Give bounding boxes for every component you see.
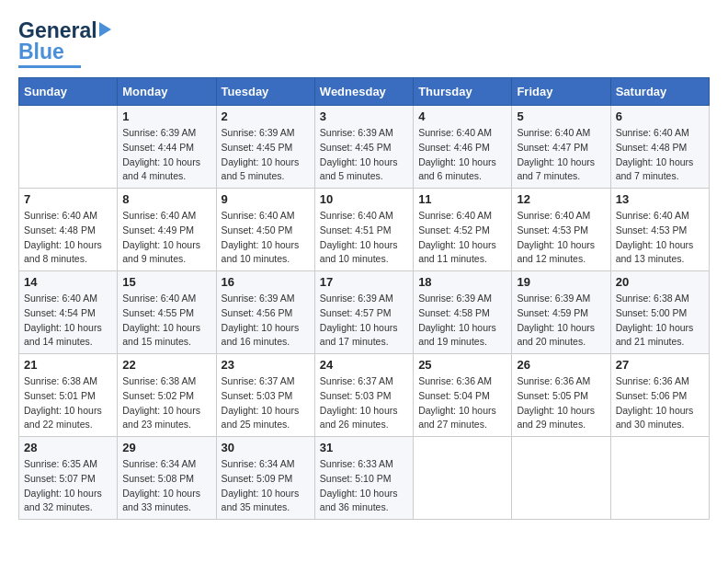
day-info: Sunrise: 6:39 AMSunset: 4:45 PMDaylight:… [320, 126, 408, 184]
day-number: 11 [418, 192, 506, 206]
day-number: 2 [222, 109, 310, 123]
day-info: Sunrise: 6:37 AMSunset: 5:03 PMDaylight:… [222, 374, 310, 432]
calendar-header-row: SundayMondayTuesdayWednesdayThursdayFrid… [19, 78, 710, 106]
day-info: Sunrise: 6:37 AMSunset: 5:03 PMDaylight:… [320, 374, 408, 432]
day-info: Sunrise: 6:40 AMSunset: 4:50 PMDaylight:… [222, 209, 310, 267]
calendar-cell: 8Sunrise: 6:40 AMSunset: 4:49 PMDaylight… [118, 189, 216, 271]
col-header-wednesday: Wednesday [314, 78, 413, 106]
day-info: Sunrise: 6:40 AMSunset: 4:55 PMDaylight:… [122, 292, 210, 350]
day-info: Sunrise: 6:40 AMSunset: 4:51 PMDaylight:… [320, 209, 408, 267]
week-row-2: 7Sunrise: 6:40 AMSunset: 4:48 PMDaylight… [19, 189, 710, 271]
calendar-cell [414, 437, 512, 520]
calendar-cell [512, 437, 610, 520]
calendar-cell: 27Sunrise: 6:36 AMSunset: 5:06 PMDayligh… [610, 354, 709, 437]
calendar-cell: 6Sunrise: 6:40 AMSunset: 4:48 PMDaylight… [610, 106, 709, 189]
day-number: 27 [616, 358, 704, 372]
calendar-cell: 30Sunrise: 6:34 AMSunset: 5:09 PMDayligh… [216, 437, 314, 520]
day-number: 14 [24, 275, 112, 289]
day-number: 29 [122, 441, 210, 454]
week-row-4: 21Sunrise: 6:38 AMSunset: 5:01 PMDayligh… [19, 354, 710, 437]
day-info: Sunrise: 6:40 AMSunset: 4:47 PMDaylight:… [517, 126, 605, 184]
day-number: 22 [122, 358, 210, 372]
day-info: Sunrise: 6:38 AMSunset: 5:01 PMDaylight:… [24, 374, 112, 432]
day-number: 19 [517, 275, 605, 289]
day-number: 18 [418, 275, 506, 289]
calendar-table: SundayMondayTuesdayWednesdayThursdayFrid… [18, 77, 710, 520]
day-number: 20 [616, 275, 704, 289]
col-header-monday: Monday [118, 78, 216, 106]
day-info: Sunrise: 6:35 AMSunset: 5:07 PMDaylight:… [24, 457, 112, 515]
day-info: Sunrise: 6:39 AMSunset: 4:58 PMDaylight:… [418, 292, 506, 350]
day-number: 15 [122, 275, 210, 289]
day-info: Sunrise: 6:40 AMSunset: 4:48 PMDaylight:… [616, 126, 704, 184]
calendar-cell: 12Sunrise: 6:40 AMSunset: 4:53 PMDayligh… [512, 189, 610, 271]
day-number: 1 [122, 109, 210, 123]
day-number: 12 [517, 192, 605, 206]
logo-blue: Blue [18, 40, 64, 64]
day-info: Sunrise: 6:38 AMSunset: 5:02 PMDaylight:… [122, 374, 210, 432]
logo: General Blue [18, 18, 111, 68]
calendar-cell: 20Sunrise: 6:38 AMSunset: 5:00 PMDayligh… [610, 271, 709, 354]
day-number: 17 [320, 275, 408, 289]
day-number: 8 [122, 192, 210, 206]
day-number: 21 [24, 358, 112, 372]
logo-underline [18, 65, 81, 68]
day-number: 25 [418, 358, 506, 372]
col-header-sunday: Sunday [19, 78, 118, 106]
day-number: 16 [222, 275, 310, 289]
calendar-cell: 21Sunrise: 6:38 AMSunset: 5:01 PMDayligh… [19, 354, 118, 437]
day-info: Sunrise: 6:40 AMSunset: 4:46 PMDaylight:… [418, 126, 506, 184]
calendar-cell: 16Sunrise: 6:39 AMSunset: 4:56 PMDayligh… [216, 271, 314, 354]
calendar-cell: 17Sunrise: 6:39 AMSunset: 4:57 PMDayligh… [314, 271, 413, 354]
day-info: Sunrise: 6:34 AMSunset: 5:09 PMDaylight:… [222, 457, 310, 515]
calendar-cell: 3Sunrise: 6:39 AMSunset: 4:45 PMDaylight… [314, 106, 413, 189]
calendar-cell: 4Sunrise: 6:40 AMSunset: 4:46 PMDaylight… [414, 106, 512, 189]
day-info: Sunrise: 6:33 AMSunset: 5:10 PMDaylight:… [320, 457, 408, 515]
day-number: 26 [517, 358, 605, 372]
calendar-cell: 11Sunrise: 6:40 AMSunset: 4:52 PMDayligh… [414, 189, 512, 271]
col-header-tuesday: Tuesday [216, 78, 314, 106]
calendar-cell: 31Sunrise: 6:33 AMSunset: 5:10 PMDayligh… [314, 437, 413, 520]
col-header-saturday: Saturday [610, 78, 709, 106]
calendar-cell: 7Sunrise: 6:40 AMSunset: 4:48 PMDaylight… [19, 189, 118, 271]
day-number: 9 [222, 192, 310, 206]
calendar-cell [610, 437, 709, 520]
day-info: Sunrise: 6:40 AMSunset: 4:54 PMDaylight:… [24, 292, 112, 350]
day-info: Sunrise: 6:40 AMSunset: 4:52 PMDaylight:… [418, 209, 506, 267]
day-number: 6 [616, 109, 704, 123]
calendar-cell: 28Sunrise: 6:35 AMSunset: 5:07 PMDayligh… [19, 437, 118, 520]
day-number: 24 [320, 358, 408, 372]
week-row-3: 14Sunrise: 6:40 AMSunset: 4:54 PMDayligh… [19, 271, 710, 354]
week-row-5: 28Sunrise: 6:35 AMSunset: 5:07 PMDayligh… [19, 437, 710, 520]
calendar-cell [19, 106, 118, 189]
calendar-cell: 23Sunrise: 6:37 AMSunset: 5:03 PMDayligh… [216, 354, 314, 437]
calendar-cell: 25Sunrise: 6:36 AMSunset: 5:04 PMDayligh… [414, 354, 512, 437]
day-info: Sunrise: 6:40 AMSunset: 4:49 PMDaylight:… [122, 209, 210, 267]
calendar-cell: 13Sunrise: 6:40 AMSunset: 4:53 PMDayligh… [610, 189, 709, 271]
calendar-cell: 5Sunrise: 6:40 AMSunset: 4:47 PMDaylight… [512, 106, 610, 189]
col-header-friday: Friday [512, 78, 610, 106]
day-info: Sunrise: 6:40 AMSunset: 4:53 PMDaylight:… [616, 209, 704, 267]
calendar-cell: 15Sunrise: 6:40 AMSunset: 4:55 PMDayligh… [118, 271, 216, 354]
day-number: 13 [616, 192, 704, 206]
day-info: Sunrise: 6:40 AMSunset: 4:48 PMDaylight:… [24, 209, 112, 267]
week-row-1: 1Sunrise: 6:39 AMSunset: 4:44 PMDaylight… [19, 106, 710, 189]
calendar-cell: 19Sunrise: 6:39 AMSunset: 4:59 PMDayligh… [512, 271, 610, 354]
calendar-cell: 22Sunrise: 6:38 AMSunset: 5:02 PMDayligh… [118, 354, 216, 437]
day-number: 3 [320, 109, 408, 123]
day-number: 4 [418, 109, 506, 123]
day-info: Sunrise: 6:36 AMSunset: 5:06 PMDaylight:… [616, 374, 704, 432]
day-info: Sunrise: 6:36 AMSunset: 5:04 PMDaylight:… [418, 374, 506, 432]
day-info: Sunrise: 6:39 AMSunset: 4:57 PMDaylight:… [320, 292, 408, 350]
day-info: Sunrise: 6:39 AMSunset: 4:44 PMDaylight:… [122, 126, 210, 184]
day-info: Sunrise: 6:38 AMSunset: 5:00 PMDaylight:… [616, 292, 704, 350]
day-number: 7 [24, 192, 112, 206]
calendar-cell: 24Sunrise: 6:37 AMSunset: 5:03 PMDayligh… [314, 354, 413, 437]
day-info: Sunrise: 6:39 AMSunset: 4:45 PMDaylight:… [222, 126, 310, 184]
day-number: 30 [222, 441, 310, 454]
calendar-cell: 9Sunrise: 6:40 AMSunset: 4:50 PMDaylight… [216, 189, 314, 271]
day-info: Sunrise: 6:36 AMSunset: 5:05 PMDaylight:… [517, 374, 605, 432]
col-header-thursday: Thursday [414, 78, 512, 106]
calendar-cell: 1Sunrise: 6:39 AMSunset: 4:44 PMDaylight… [118, 106, 216, 189]
page-header: General Blue [18, 18, 710, 68]
